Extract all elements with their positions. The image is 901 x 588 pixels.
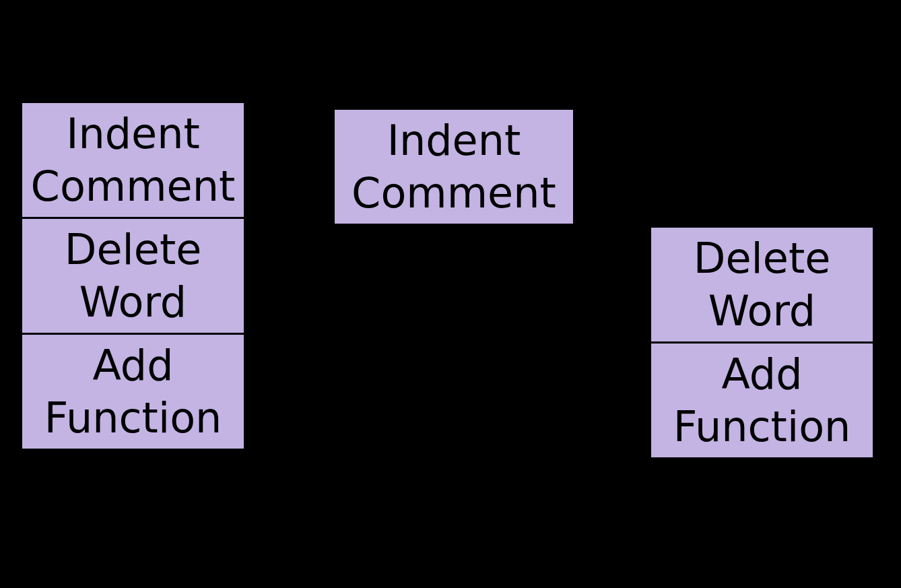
stack-right-item-0: Delete Word [649, 226, 875, 344]
cell-text-line1: Add [92, 339, 173, 392]
stack-left-item-2: Add Function [20, 333, 246, 451]
cell-text-line1: Indent [66, 108, 200, 160]
cell-text-line2: Comment [352, 167, 556, 220]
cell-text-line2: Function [673, 401, 851, 453]
diagram-canvas: Indent Comment Delete Word Add Function … [0, 0, 901, 588]
cell-text-line1: Indent [387, 115, 521, 167]
stack-right: Delete Word Add Function [649, 226, 875, 459]
stack-left-item-1: Delete Word [20, 217, 246, 335]
stack-right-item-1: Add Function [649, 341, 875, 459]
cell-text-line2: Function [44, 392, 222, 445]
stack-middle-item-0: Indent Comment [333, 108, 575, 226]
cell-text-line1: Add [721, 348, 802, 401]
stack-middle: Indent Comment [333, 108, 575, 226]
cell-text-line1: Delete [65, 224, 202, 276]
cell-text-line2: Comment [31, 160, 236, 213]
stack-left-item-0: Indent Comment [20, 101, 246, 219]
cell-text-line1: Delete [694, 232, 831, 285]
stack-left: Indent Comment Delete Word Add Function [20, 101, 246, 451]
cell-text-line2: Word [708, 285, 815, 337]
cell-text-line2: Word [79, 276, 187, 329]
